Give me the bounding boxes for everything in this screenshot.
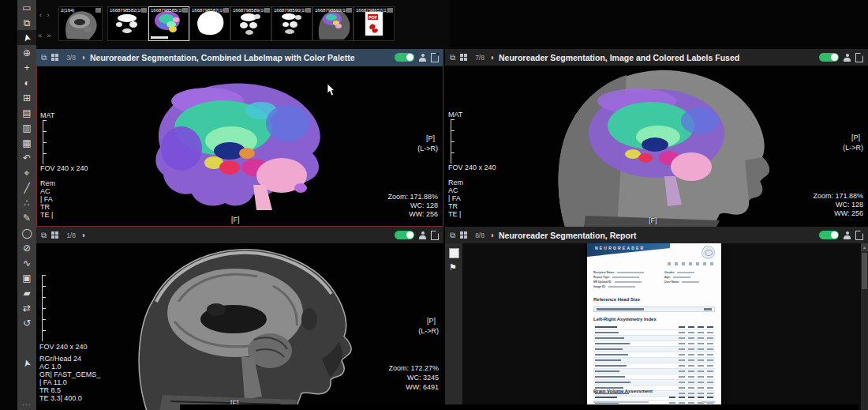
tool-cine-icon[interactable]: ▥ [17,120,36,135]
series-label: 1668798582(16... [110,8,141,13]
tool-pointer-secondary-icon[interactable]: ➤ [17,355,36,371]
viewport-canvas[interactable]: MAT FOV 240 x 240 Rem AC | FA TR TE | [P… [36,66,443,227]
tool-magnify-icon[interactable]: ⊕ [17,45,36,60]
viewport-canvas[interactable]: MAT FOV 240 x 240 Rem AC | FA TR TE | [P… [445,66,868,227]
scroll-up-arrow[interactable]: ▲ [861,243,868,251]
thumb-first-last-button[interactable]: « » [38,32,53,39]
overlay-toggle[interactable] [395,231,414,239]
overlay-fov: FOV 240 x 240 [39,343,88,351]
tool-refresh-icon[interactable]: ⇄ [17,300,36,315]
overlay-zoom: Zoom: 172.27% [388,364,439,372]
overlay-toggle[interactable] [395,53,414,62]
report-meta-value [612,276,639,279]
viewport-canvas[interactable]: FOV 240 x 240 RGr/Head 24 AC 1.0 GR| FAS… [36,243,443,410]
panel-icon[interactable]: ⧉ [41,231,47,239]
window-level-icon[interactable]: ◑ [80,54,85,62]
report-scrollbar[interactable]: ▲ [861,243,868,410]
viewport-structural-mri[interactable]: ⧉ 1/8 ◑ [36,227,443,410]
window-level-icon[interactable]: ◑ [489,54,494,62]
series-thumbnail[interactable]: 1668798582(16... [107,6,148,49]
overlay-wc: WC: 3245 [407,374,439,382]
tool-rotate-icon[interactable]: ↺ [17,315,36,330]
layout-grid-icon[interactable] [51,54,58,61]
overlay-param: TE | [40,211,53,219]
panel-icon[interactable]: ⧉ [450,231,455,239]
series-counter: 8/8 [475,231,485,239]
layout-grid-icon[interactable] [51,231,58,239]
tool-cut-icon[interactable]: ⊘ [17,240,36,255]
tool-region-zoom-icon[interactable]: ⊞ [17,90,36,105]
overlay-param: | FA [40,195,53,203]
overlay-toggle[interactable] [819,231,839,239]
thumbnail-image-color[interactable]: 1668798585(16... [148,6,189,41]
viewport-combined-labelmap[interactable]: ⧉ 3/8 ◑ Neuroreader Segmentation, Combin… [36,49,443,227]
mouse-cursor [327,84,336,96]
series-thumbnail[interactable]: 1668798657(1) PDF [354,6,395,49]
mri-head-image [115,246,383,410]
overlay-zoom: Zoom: 171.88% [387,193,438,201]
overlay-fov: FOV 240 x 240 [40,164,88,172]
tool-freehand-icon[interactable]: ∿ [17,255,36,270]
report-canvas[interactable]: ⚑ NEUROREADER Recipient Name:Report Type… [445,243,868,410]
notes-icon[interactable] [855,231,863,240]
notes-icon[interactable] [431,53,439,62]
series-thumbnail-selected[interactable]: 1668798585(16... [148,6,189,49]
thumbnail-image-mask[interactable]: 1668798582(16... [107,6,148,41]
panel-icon[interactable]: ⧉ [41,54,47,62]
tool-pan-icon[interactable]: + [17,60,36,75]
user-icon[interactable] [419,231,426,239]
tool-panel-icon[interactable]: ▭ [17,0,36,15]
tool-save-icon[interactable]: ▰ [17,285,36,300]
report-meta-value [617,272,644,274]
series-thumbnail[interactable]: 1668798590(16... [271,6,312,49]
series-counter: 1/8 [66,231,76,239]
tool-window-level-icon[interactable]: ◐ [17,75,36,90]
viewport-fused-labels[interactable]: ⧉ 7/8 ◑ Neuroreader Segmentation, Image … [445,49,868,227]
thumbnail-image-blob[interactable]: 1668798587(16... [189,6,230,41]
notes-icon[interactable] [431,231,439,240]
tool-undo-icon[interactable]: ↶ [17,150,36,165]
tool-layout-icon[interactable]: ⧉ [17,15,36,30]
tool-crosshair-icon[interactable]: ⌖ [17,165,36,180]
report-page[interactable]: NEUROREADER Recipient Name:Report Type:N… [587,243,721,407]
thumbnail-image-fused[interactable]: 1668798593(16... [312,6,354,41]
series-thumbnail[interactable]: 1668798589(16... [230,6,271,49]
series-thumbnail[interactable]: 1668798587(16... [189,6,230,49]
thumbnail-tag-icon [141,8,147,13]
user-icon[interactable] [844,231,851,239]
series-label: 1668798593(16... [315,8,346,13]
tool-spray-icon[interactable]: ∴ [17,195,36,210]
thumb-prev-button[interactable]: ‹ › [39,11,51,19]
thumbnail-image-gray[interactable]: 2(164) [58,6,103,41]
tool-ellipse-roi-icon[interactable]: ◯ [17,225,36,240]
scrollbar-thumb[interactable] [862,253,867,289]
flag-icon[interactable]: ⚑ [449,262,457,273]
series-thumbnail[interactable]: 2(164) [58,6,103,49]
overlay-param: TR [448,202,458,210]
user-icon[interactable] [419,54,426,62]
tool-snapshot-icon[interactable]: ▣ [17,270,36,285]
layout-grid-icon[interactable] [460,231,467,239]
window-level-icon[interactable]: ◑ [489,231,494,239]
toolbar-overflow-dots[interactable]: ... [17,398,36,407]
thumbnail-image-mask[interactable]: 1668798590(16... [271,6,312,41]
tool-measure-line-icon[interactable]: ╱ [17,180,36,195]
window-level-icon[interactable]: ◑ [80,231,85,239]
tool-grid-icon[interactable]: ▦ [17,135,36,150]
layout-grid-icon[interactable] [460,54,467,61]
tool-series-sync-icon[interactable]: ▤ [17,105,36,120]
viewport-report[interactable]: ⧉ 8/8 ◑ Neuroreader Segmentation, Report… [445,227,868,410]
overlay-toggle[interactable] [819,53,839,62]
tool-pencil-icon[interactable]: ✎ [17,210,36,225]
overlay-orientation: [P] [851,134,860,141]
series-thumbnail[interactable]: 1668798593(16... [312,6,354,49]
ruler [42,275,47,341]
overlay-fov: FOV 240 x 240 [448,164,496,171]
thumbnail-image-mask[interactable]: 1668798589(16... [230,6,271,41]
tool-pointer-icon[interactable]: ➤ [17,30,36,45]
page-thumbnail-icon[interactable] [449,248,459,258]
thumbnail-image-pdf[interactable]: 1668798657(1) PDF [354,6,395,41]
notes-icon[interactable] [855,53,863,62]
panel-icon[interactable]: ⧉ [450,54,455,62]
user-icon[interactable] [844,54,851,62]
